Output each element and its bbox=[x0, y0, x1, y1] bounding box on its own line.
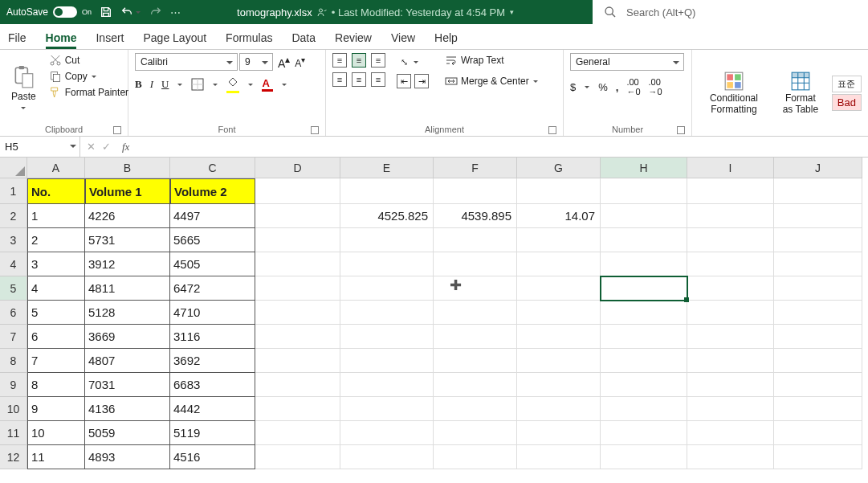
row-header[interactable]: 9 bbox=[0, 373, 27, 397]
cell[interactable]: 6472 bbox=[170, 276, 255, 301]
column-header[interactable]: F bbox=[434, 158, 517, 178]
accept-formula-icon[interactable]: ✓ bbox=[102, 141, 111, 153]
cell[interactable] bbox=[774, 445, 862, 469]
chevron-down-icon[interactable] bbox=[584, 83, 590, 91]
cell[interactable]: 3669 bbox=[85, 325, 170, 349]
copy-button[interactable]: Copy bbox=[46, 69, 132, 84]
column-header[interactable]: J bbox=[774, 158, 862, 178]
column-header[interactable]: C bbox=[170, 158, 255, 178]
cell[interactable]: 1 bbox=[27, 204, 85, 228]
cell[interactable] bbox=[255, 349, 340, 373]
cell[interactable] bbox=[434, 373, 517, 397]
formula-input[interactable] bbox=[134, 137, 868, 157]
cancel-formula-icon[interactable]: ✕ bbox=[87, 141, 96, 153]
cell[interactable] bbox=[774, 178, 862, 204]
cell[interactable] bbox=[434, 325, 517, 349]
align-top-center-icon[interactable]: ≡ bbox=[352, 53, 366, 68]
cell[interactable] bbox=[340, 373, 434, 397]
cell[interactable] bbox=[517, 421, 601, 445]
decrease-font-icon[interactable]: A▾ bbox=[295, 55, 305, 69]
search-box[interactable]: Search (Alt+Q) bbox=[593, 6, 868, 18]
row-header[interactable]: 4 bbox=[0, 252, 27, 276]
cell[interactable]: 4525.825 bbox=[340, 204, 434, 228]
cell[interactable] bbox=[340, 421, 434, 445]
column-header[interactable]: B bbox=[85, 158, 170, 178]
cell[interactable]: 3692 bbox=[170, 349, 255, 373]
cell[interactable] bbox=[255, 421, 340, 445]
bold-button[interactable]: B bbox=[135, 78, 142, 91]
cell[interactable]: 6 bbox=[27, 325, 85, 349]
cell[interactable]: 3 bbox=[27, 252, 85, 276]
underline-button[interactable]: U bbox=[161, 78, 169, 91]
align-top-right-icon[interactable]: ≡ bbox=[371, 53, 385, 68]
cell[interactable] bbox=[434, 445, 517, 469]
column-header[interactable]: D bbox=[255, 158, 340, 178]
chevron-down-icon[interactable] bbox=[413, 58, 419, 66]
qatoolbar-overflow[interactable]: ⋯ bbox=[170, 6, 181, 18]
cell[interactable] bbox=[687, 397, 774, 421]
cell[interactable]: 8 bbox=[27, 373, 85, 397]
format-painter-button[interactable]: Format Painter bbox=[46, 85, 132, 100]
tab-help[interactable]: Help bbox=[434, 31, 458, 49]
fill-color-button[interactable] bbox=[226, 76, 239, 93]
cell[interactable] bbox=[601, 325, 687, 349]
align-top-left-icon[interactable]: ≡ bbox=[332, 53, 347, 68]
cell[interactable] bbox=[255, 204, 340, 228]
cell[interactable] bbox=[687, 301, 774, 325]
cell[interactable] bbox=[774, 325, 862, 349]
row-header[interactable]: 12 bbox=[0, 445, 27, 469]
conditional-formatting-button[interactable]: Conditional Formatting bbox=[699, 53, 769, 133]
cell[interactable] bbox=[255, 325, 340, 349]
cell[interactable] bbox=[340, 349, 434, 373]
cell[interactable] bbox=[687, 325, 774, 349]
cell[interactable]: 3116 bbox=[170, 325, 255, 349]
autosave-toggle[interactable]: AutoSave On bbox=[6, 6, 92, 18]
fx-icon[interactable]: fx bbox=[117, 141, 134, 153]
borders-icon[interactable] bbox=[191, 78, 204, 91]
wrap-text-button[interactable]: Wrap Text bbox=[442, 53, 542, 68]
comma-format-button[interactable]: , bbox=[616, 81, 619, 93]
paste-button[interactable]: Paste bbox=[6, 53, 41, 123]
tab-file[interactable]: File bbox=[8, 31, 26, 49]
row-header[interactable]: 3 bbox=[0, 228, 27, 252]
row-header[interactable]: 8 bbox=[0, 349, 27, 373]
column-header[interactable]: A bbox=[27, 158, 85, 178]
cell[interactable] bbox=[517, 445, 601, 469]
chevron-down-icon[interactable] bbox=[212, 80, 218, 88]
orientation-icon[interactable]: ⤡ bbox=[397, 55, 411, 69]
cell[interactable] bbox=[517, 178, 601, 204]
column-header[interactable]: H bbox=[601, 158, 687, 178]
cell[interactable] bbox=[601, 301, 687, 325]
cell[interactable]: Volume 2 bbox=[170, 178, 255, 204]
increase-indent-icon[interactable]: ⇥ bbox=[414, 74, 429, 88]
percent-format-button[interactable]: % bbox=[598, 81, 608, 93]
cell[interactable] bbox=[687, 373, 774, 397]
cell[interactable] bbox=[601, 178, 687, 204]
cell[interactable]: 9 bbox=[27, 397, 85, 421]
cell[interactable] bbox=[601, 228, 687, 252]
row-header[interactable]: 1 bbox=[0, 178, 27, 204]
align-bottom-center-icon[interactable]: ≡ bbox=[352, 72, 366, 87]
cell[interactable]: 3912 bbox=[85, 252, 170, 276]
cell[interactable]: No. bbox=[27, 178, 85, 204]
cell[interactable] bbox=[434, 178, 517, 204]
cell[interactable]: 4811 bbox=[85, 276, 170, 301]
column-header[interactable]: G bbox=[517, 158, 601, 178]
cell[interactable] bbox=[687, 252, 774, 276]
cell[interactable]: 7031 bbox=[85, 373, 170, 397]
row-header[interactable]: 5 bbox=[0, 276, 27, 301]
cell[interactable] bbox=[255, 252, 340, 276]
name-box[interactable]: H5 bbox=[0, 137, 80, 157]
dialog-launcher-icon[interactable] bbox=[677, 126, 685, 134]
cell[interactable]: 10 bbox=[27, 421, 85, 445]
cell[interactable] bbox=[687, 178, 774, 204]
cell[interactable] bbox=[340, 178, 434, 204]
cell[interactable] bbox=[601, 204, 687, 228]
cell[interactable]: Volume 1 bbox=[85, 178, 170, 204]
cell[interactable]: 11 bbox=[27, 445, 85, 469]
format-as-table-button[interactable]: Format as Table bbox=[774, 53, 827, 133]
align-bottom-right-icon[interactable]: ≡ bbox=[371, 72, 385, 87]
cell[interactable] bbox=[601, 421, 687, 445]
cell[interactable] bbox=[434, 421, 517, 445]
chevron-down-icon[interactable] bbox=[247, 80, 254, 88]
